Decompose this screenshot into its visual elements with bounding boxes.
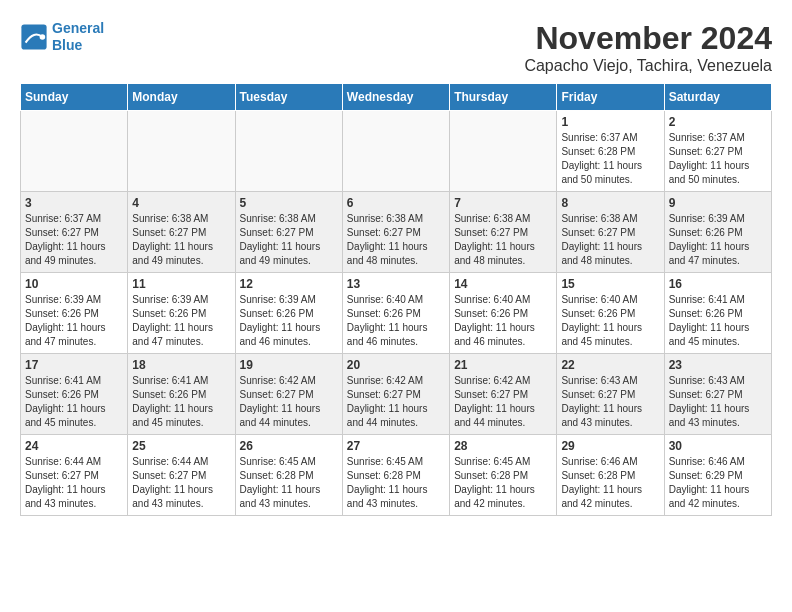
weekday-header-wednesday: Wednesday — [342, 84, 449, 111]
logo: General Blue — [20, 20, 104, 54]
day-info: Sunrise: 6:38 AM Sunset: 6:27 PM Dayligh… — [347, 212, 445, 268]
calendar-cell: 29Sunrise: 6:46 AM Sunset: 6:28 PM Dayli… — [557, 435, 664, 516]
weekday-header-monday: Monday — [128, 84, 235, 111]
day-info: Sunrise: 6:42 AM Sunset: 6:27 PM Dayligh… — [347, 374, 445, 430]
calendar-cell: 27Sunrise: 6:45 AM Sunset: 6:28 PM Dayli… — [342, 435, 449, 516]
day-info: Sunrise: 6:37 AM Sunset: 6:27 PM Dayligh… — [669, 131, 767, 187]
calendar-cell: 7Sunrise: 6:38 AM Sunset: 6:27 PM Daylig… — [450, 192, 557, 273]
calendar-cell: 5Sunrise: 6:38 AM Sunset: 6:27 PM Daylig… — [235, 192, 342, 273]
day-number: 24 — [25, 439, 123, 453]
day-number: 6 — [347, 196, 445, 210]
day-info: Sunrise: 6:39 AM Sunset: 6:26 PM Dayligh… — [132, 293, 230, 349]
day-info: Sunrise: 6:42 AM Sunset: 6:27 PM Dayligh… — [240, 374, 338, 430]
calendar-cell — [21, 111, 128, 192]
calendar-cell: 23Sunrise: 6:43 AM Sunset: 6:27 PM Dayli… — [664, 354, 771, 435]
day-info: Sunrise: 6:38 AM Sunset: 6:27 PM Dayligh… — [561, 212, 659, 268]
day-number: 10 — [25, 277, 123, 291]
weekday-header-saturday: Saturday — [664, 84, 771, 111]
day-number: 16 — [669, 277, 767, 291]
calendar-cell: 22Sunrise: 6:43 AM Sunset: 6:27 PM Dayli… — [557, 354, 664, 435]
day-info: Sunrise: 6:39 AM Sunset: 6:26 PM Dayligh… — [240, 293, 338, 349]
day-number: 25 — [132, 439, 230, 453]
title-area: November 2024 Capacho Viejo, Tachira, Ve… — [524, 20, 772, 75]
calendar-cell: 15Sunrise: 6:40 AM Sunset: 6:26 PM Dayli… — [557, 273, 664, 354]
calendar-cell: 24Sunrise: 6:44 AM Sunset: 6:27 PM Dayli… — [21, 435, 128, 516]
calendar-cell: 8Sunrise: 6:38 AM Sunset: 6:27 PM Daylig… — [557, 192, 664, 273]
day-number: 27 — [347, 439, 445, 453]
day-number: 21 — [454, 358, 552, 372]
day-info: Sunrise: 6:45 AM Sunset: 6:28 PM Dayligh… — [347, 455, 445, 511]
day-number: 29 — [561, 439, 659, 453]
day-number: 13 — [347, 277, 445, 291]
day-info: Sunrise: 6:40 AM Sunset: 6:26 PM Dayligh… — [561, 293, 659, 349]
day-number: 28 — [454, 439, 552, 453]
day-number: 2 — [669, 115, 767, 129]
week-row-1: 1Sunrise: 6:37 AM Sunset: 6:28 PM Daylig… — [21, 111, 772, 192]
day-info: Sunrise: 6:41 AM Sunset: 6:26 PM Dayligh… — [132, 374, 230, 430]
day-number: 30 — [669, 439, 767, 453]
calendar-cell: 13Sunrise: 6:40 AM Sunset: 6:26 PM Dayli… — [342, 273, 449, 354]
day-info: Sunrise: 6:46 AM Sunset: 6:28 PM Dayligh… — [561, 455, 659, 511]
calendar-cell — [128, 111, 235, 192]
weekday-header-sunday: Sunday — [21, 84, 128, 111]
day-info: Sunrise: 6:46 AM Sunset: 6:29 PM Dayligh… — [669, 455, 767, 511]
calendar-cell: 28Sunrise: 6:45 AM Sunset: 6:28 PM Dayli… — [450, 435, 557, 516]
day-info: Sunrise: 6:45 AM Sunset: 6:28 PM Dayligh… — [240, 455, 338, 511]
weekday-header-row: SundayMondayTuesdayWednesdayThursdayFrid… — [21, 84, 772, 111]
day-info: Sunrise: 6:41 AM Sunset: 6:26 PM Dayligh… — [669, 293, 767, 349]
logo-text: General Blue — [52, 20, 104, 54]
day-info: Sunrise: 6:42 AM Sunset: 6:27 PM Dayligh… — [454, 374, 552, 430]
calendar-cell: 1Sunrise: 6:37 AM Sunset: 6:28 PM Daylig… — [557, 111, 664, 192]
day-number: 20 — [347, 358, 445, 372]
calendar-cell: 3Sunrise: 6:37 AM Sunset: 6:27 PM Daylig… — [21, 192, 128, 273]
day-number: 17 — [25, 358, 123, 372]
day-info: Sunrise: 6:39 AM Sunset: 6:26 PM Dayligh… — [669, 212, 767, 268]
day-number: 3 — [25, 196, 123, 210]
day-number: 22 — [561, 358, 659, 372]
header: General Blue November 2024 Capacho Viejo… — [20, 20, 772, 75]
day-info: Sunrise: 6:40 AM Sunset: 6:26 PM Dayligh… — [454, 293, 552, 349]
calendar-cell: 19Sunrise: 6:42 AM Sunset: 6:27 PM Dayli… — [235, 354, 342, 435]
day-number: 23 — [669, 358, 767, 372]
day-info: Sunrise: 6:40 AM Sunset: 6:26 PM Dayligh… — [347, 293, 445, 349]
day-number: 12 — [240, 277, 338, 291]
day-info: Sunrise: 6:43 AM Sunset: 6:27 PM Dayligh… — [669, 374, 767, 430]
month-title: November 2024 — [524, 20, 772, 57]
day-info: Sunrise: 6:41 AM Sunset: 6:26 PM Dayligh… — [25, 374, 123, 430]
calendar-cell: 10Sunrise: 6:39 AM Sunset: 6:26 PM Dayli… — [21, 273, 128, 354]
day-info: Sunrise: 6:37 AM Sunset: 6:28 PM Dayligh… — [561, 131, 659, 187]
day-number: 15 — [561, 277, 659, 291]
calendar-cell: 9Sunrise: 6:39 AM Sunset: 6:26 PM Daylig… — [664, 192, 771, 273]
location-title: Capacho Viejo, Tachira, Venezuela — [524, 57, 772, 75]
calendar-table: SundayMondayTuesdayWednesdayThursdayFrid… — [20, 83, 772, 516]
day-info: Sunrise: 6:43 AM Sunset: 6:27 PM Dayligh… — [561, 374, 659, 430]
calendar-cell: 17Sunrise: 6:41 AM Sunset: 6:26 PM Dayli… — [21, 354, 128, 435]
day-info: Sunrise: 6:38 AM Sunset: 6:27 PM Dayligh… — [132, 212, 230, 268]
day-number: 11 — [132, 277, 230, 291]
day-number: 9 — [669, 196, 767, 210]
day-number: 14 — [454, 277, 552, 291]
day-number: 18 — [132, 358, 230, 372]
week-row-2: 3Sunrise: 6:37 AM Sunset: 6:27 PM Daylig… — [21, 192, 772, 273]
calendar-cell: 20Sunrise: 6:42 AM Sunset: 6:27 PM Dayli… — [342, 354, 449, 435]
day-number: 26 — [240, 439, 338, 453]
day-number: 7 — [454, 196, 552, 210]
calendar-cell: 16Sunrise: 6:41 AM Sunset: 6:26 PM Dayli… — [664, 273, 771, 354]
weekday-header-friday: Friday — [557, 84, 664, 111]
day-number: 4 — [132, 196, 230, 210]
calendar-cell: 14Sunrise: 6:40 AM Sunset: 6:26 PM Dayli… — [450, 273, 557, 354]
day-info: Sunrise: 6:37 AM Sunset: 6:27 PM Dayligh… — [25, 212, 123, 268]
calendar-cell: 4Sunrise: 6:38 AM Sunset: 6:27 PM Daylig… — [128, 192, 235, 273]
logo-icon — [20, 23, 48, 51]
day-info: Sunrise: 6:38 AM Sunset: 6:27 PM Dayligh… — [240, 212, 338, 268]
calendar-cell: 26Sunrise: 6:45 AM Sunset: 6:28 PM Dayli… — [235, 435, 342, 516]
calendar-cell: 2Sunrise: 6:37 AM Sunset: 6:27 PM Daylig… — [664, 111, 771, 192]
calendar-cell: 25Sunrise: 6:44 AM Sunset: 6:27 PM Dayli… — [128, 435, 235, 516]
week-row-5: 24Sunrise: 6:44 AM Sunset: 6:27 PM Dayli… — [21, 435, 772, 516]
svg-point-1 — [40, 34, 46, 40]
day-number: 1 — [561, 115, 659, 129]
day-number: 8 — [561, 196, 659, 210]
calendar-cell: 11Sunrise: 6:39 AM Sunset: 6:26 PM Dayli… — [128, 273, 235, 354]
week-row-4: 17Sunrise: 6:41 AM Sunset: 6:26 PM Dayli… — [21, 354, 772, 435]
day-info: Sunrise: 6:44 AM Sunset: 6:27 PM Dayligh… — [25, 455, 123, 511]
